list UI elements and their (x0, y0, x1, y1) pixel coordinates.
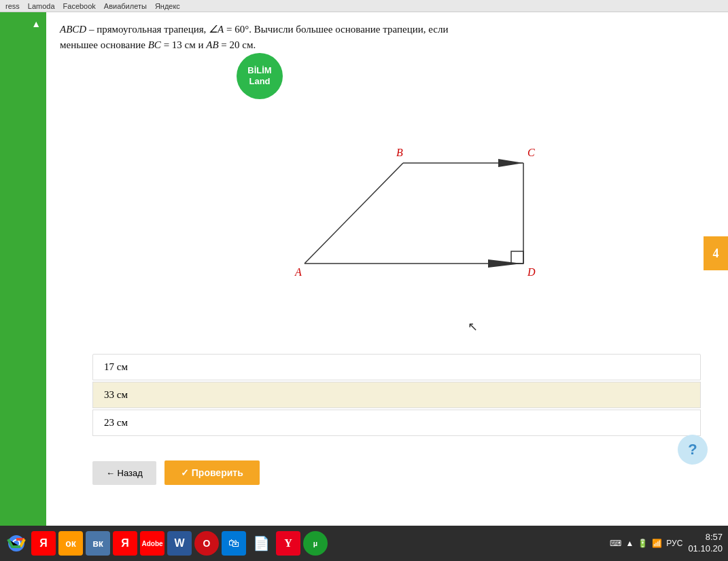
vertex-a: A (294, 266, 302, 278)
back-button[interactable]: ← Назад (92, 461, 156, 485)
problem-line1: ABCD – прямоугольная трапеция, ∠A = 60°.… (60, 24, 448, 35)
main-content: ▲ ABCD – прямоугольная трапеция, ∠A = 60… (0, 12, 728, 526)
store-icon[interactable]: 🛍 (222, 531, 246, 556)
bilim-line2: Land (249, 76, 270, 87)
ok-icon[interactable]: ок (58, 531, 83, 556)
expand-icon: ▲ (625, 539, 634, 548)
svg-line-0 (305, 163, 403, 264)
diagram-container: A B C D (230, 107, 604, 297)
adobe-icon[interactable]: Adobe (140, 531, 164, 556)
sidebar-toggle[interactable]: ▲ (31, 19, 41, 30)
taskbar-clock: 8:57 01.10.20 (688, 532, 723, 555)
yandex2-icon[interactable]: Я (113, 531, 137, 556)
signal-icon: 📶 (652, 539, 662, 548)
vertex-b: B (396, 147, 403, 158)
clock-date: 01.10.20 (688, 543, 723, 555)
check-label: ✓ Проверить (181, 467, 243, 478)
bilim-logo: BİLİM Land (237, 53, 283, 99)
utorrent-icon[interactable]: µ (303, 531, 328, 556)
battery-icon: 🔋 (638, 539, 648, 548)
answer-option-3[interactable]: 23 см (92, 410, 701, 436)
check-button[interactable]: ✓ Проверить (164, 460, 260, 485)
browser-link[interactable]: ress (5, 2, 20, 10)
var-abcd: ABCD (60, 24, 86, 35)
back-label: ← Назад (106, 468, 143, 478)
browser-link[interactable]: Авиабилеты (104, 2, 147, 10)
help-label: ? (688, 441, 697, 458)
answer-label-3: 23 см (104, 417, 128, 429)
file-icon[interactable]: 📄 (249, 531, 273, 556)
yandex-icon[interactable]: Я (31, 531, 56, 556)
answer-label-1: 17 см (104, 361, 128, 373)
svg-rect-6 (511, 251, 523, 264)
vertex-c: C (527, 147, 535, 158)
vk-icon[interactable]: вк (86, 531, 110, 556)
taskbar-right: ⌨ ▲ 🔋 📶 РУС 8:57 01.10.20 (610, 526, 723, 561)
chrome-icon[interactable] (4, 531, 29, 556)
problem-text: ABCD – прямоугольная трапеция, ∠A = 60°.… (60, 22, 714, 52)
answer-options: 17 см 33 см 23 см (92, 354, 701, 437)
opera-icon[interactable]: O (194, 531, 219, 556)
word-icon[interactable]: W (167, 531, 192, 556)
content-area: ABCD – прямоугольная трапеция, ∠A = 60°.… (46, 12, 728, 526)
answer-option-2[interactable]: 33 см (92, 382, 701, 408)
browser-link[interactable]: Lamoda (28, 2, 55, 10)
clock-time: 8:57 (688, 532, 723, 543)
trapezoid-diagram: A B C D (230, 107, 604, 297)
bottom-buttons: ← Назад ✓ Проверить (92, 460, 701, 485)
right-btn-label: 4 (713, 247, 719, 261)
browser-link[interactable]: Яндекс (155, 2, 180, 10)
problem-line2: меньшее основание BC = 13 см и AB = 20 с… (60, 39, 256, 50)
taskbar: Я ок вк Я Adobe W O 🛍 📄 Y µ ⌨ ▲ 🔋 📶 РУС … (0, 526, 728, 561)
right-orange-button[interactable]: 4 (704, 236, 728, 270)
help-button[interactable]: ? (678, 435, 708, 465)
answer-label-2: 33 см (104, 389, 128, 401)
keyboard-icon: ⌨ (610, 539, 621, 548)
lang-label[interactable]: РУС (666, 539, 682, 548)
svg-marker-2 (498, 159, 523, 167)
browser-link[interactable]: Facebook (63, 2, 96, 10)
taskbar-icons: Я ок вк Я Adobe W O 🛍 📄 Y µ (0, 531, 332, 556)
left-sidebar: ▲ (0, 12, 46, 526)
answer-option-1[interactable]: 17 см (92, 354, 701, 380)
system-tray: ⌨ ▲ 🔋 📶 РУС (610, 539, 682, 548)
cursor-indicator: ↖ (468, 319, 478, 334)
browser-bar: ress Lamoda Facebook Авиабилеты Яндекс (0, 0, 728, 12)
vertex-d: D (527, 266, 536, 278)
y-brand-icon[interactable]: Y (276, 531, 300, 556)
bilim-line1: BİLİM (247, 65, 271, 76)
